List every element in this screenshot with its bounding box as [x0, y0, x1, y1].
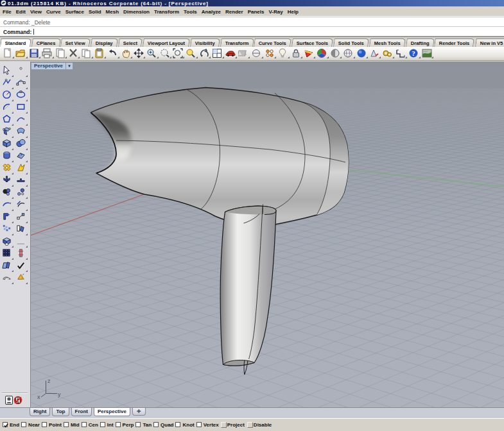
svg-text:x: x	[37, 394, 40, 400]
svg-text:z: z	[48, 378, 51, 384]
svg-text:?: ?	[412, 49, 415, 57]
svg-text:y: y	[58, 391, 61, 398]
